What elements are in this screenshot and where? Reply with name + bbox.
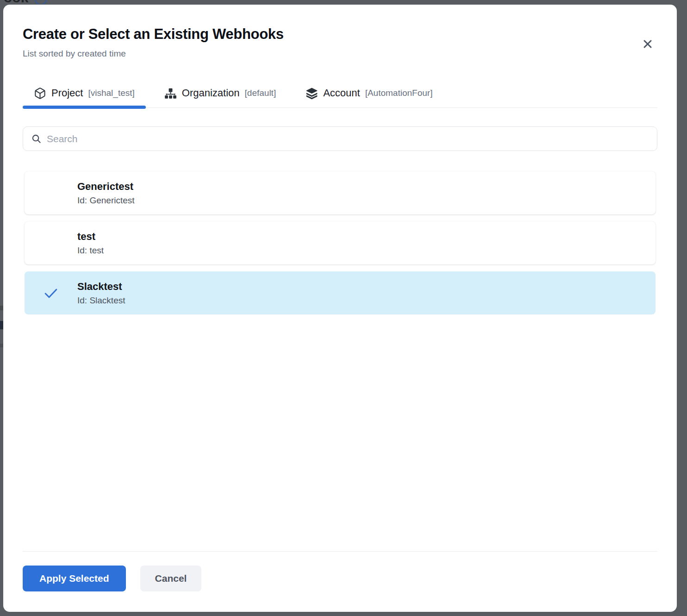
apply-selected-button[interactable]: Apply Selected (23, 566, 126, 591)
webhook-id: Id: Generictest (77, 195, 135, 207)
check-icon (42, 284, 60, 302)
selected-check-column (25, 284, 77, 302)
tab-context: [vishal_test] (88, 88, 134, 98)
webhook-list-item[interactable]: test Id: test (25, 221, 656, 264)
search-icon (31, 133, 42, 144)
scope-tab[interactable]: Organization [default] (153, 79, 287, 107)
webhooks-modal: Create or Select an Existing Webhooks Li… (3, 5, 677, 612)
tab-label: Project (51, 87, 83, 99)
webhook-list-item[interactable]: Slacktest Id: Slacktest (25, 271, 656, 314)
webhook-text: Slacktest Id: Slacktest (77, 280, 125, 307)
package-icon (34, 87, 46, 100)
tab-label: Account (323, 87, 360, 99)
webhook-id: Id: test (77, 245, 104, 257)
webhook-name: test (77, 230, 104, 244)
background-clipped-text: ook (4, 0, 28, 4)
background-row-fragment (0, 344, 3, 347)
background-page-fragment: ook (4, 0, 47, 4)
scope-tab[interactable]: Project [vishal_test] (23, 79, 146, 107)
modal-title: Create or Select an Existing Webhooks (23, 25, 657, 44)
info-icon (35, 0, 47, 4)
search-box (23, 126, 657, 151)
selected-check-column (25, 184, 77, 202)
tab-context: [AutomationFour] (365, 88, 433, 98)
webhook-text: test Id: test (77, 230, 104, 257)
tab-context: [default] (245, 88, 276, 98)
cancel-button[interactable]: Cancel (140, 566, 202, 591)
layers-icon (306, 87, 318, 100)
webhook-name: Generictest (77, 180, 135, 194)
webhook-text: Generictest Id: Generictest (77, 180, 135, 207)
webhook-list: Generictest Id: Generictest test Id: tes… (23, 171, 657, 314)
org-chart-icon (164, 87, 177, 100)
close-button[interactable] (640, 36, 656, 52)
modal-subtitle: List sorted by created time (23, 48, 657, 59)
active-tab-indicator (23, 106, 146, 109)
background-button-fragment (0, 321, 3, 329)
webhook-name: Slacktest (77, 280, 125, 294)
search-input[interactable] (47, 127, 657, 151)
selected-check-column (25, 234, 77, 252)
tab-label: Organization (182, 87, 240, 99)
webhook-id: Id: Slacktest (77, 295, 125, 307)
close-icon (641, 38, 654, 50)
background-row-fragment (0, 306, 3, 310)
scope-tab[interactable]: Account [AutomationFour] (294, 79, 443, 107)
scope-tabs: Project [vishal_test] (23, 79, 657, 108)
webhook-list-item[interactable]: Generictest Id: Generictest (25, 171, 656, 214)
modal-footer: Apply Selected Cancel (23, 551, 657, 612)
